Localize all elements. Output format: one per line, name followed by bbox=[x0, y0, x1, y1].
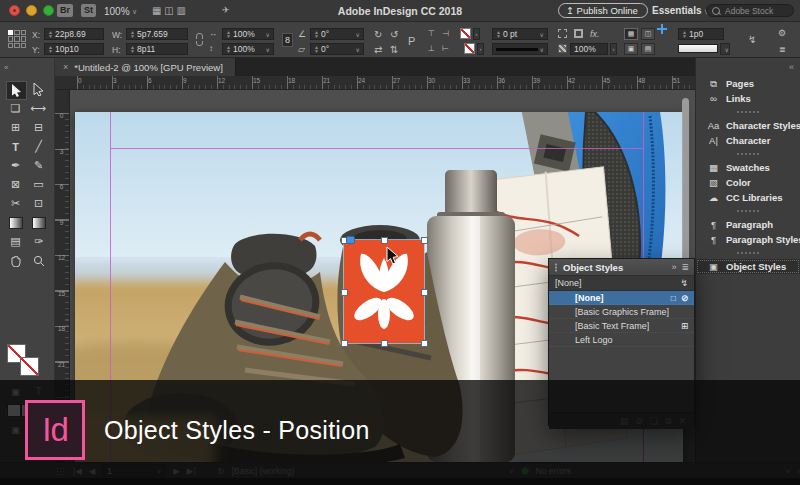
line-tool[interactable]: ╱ bbox=[29, 138, 48, 155]
dock-item[interactable]: A| Character bbox=[696, 133, 800, 148]
panel-gear-icon[interactable]: ⚙ bbox=[778, 28, 786, 38]
frame-tool[interactable]: ⊠ bbox=[6, 176, 25, 193]
handle-bottom-center[interactable] bbox=[381, 340, 388, 347]
document-tab[interactable]: × *Untitled-2 @ 100% [GPU Preview] bbox=[55, 58, 236, 76]
eyedropper-tool[interactable]: ✑ bbox=[29, 233, 48, 250]
collapse-panel-icon[interactable]: » bbox=[671, 262, 676, 272]
corner-shape-icon[interactable] bbox=[574, 29, 583, 38]
rotate-ccw-icon[interactable]: ↺ bbox=[390, 29, 398, 40]
dock-item[interactable]: ∞ Links bbox=[696, 91, 800, 106]
effects-button[interactable]: fx. bbox=[590, 29, 600, 39]
rotate-cw-icon[interactable]: ↻ bbox=[374, 29, 382, 40]
type-tool[interactable]: T bbox=[6, 138, 25, 155]
scissors-tool[interactable]: ✂ bbox=[6, 195, 25, 212]
search-input[interactable] bbox=[723, 5, 791, 17]
close-window-button[interactable] bbox=[9, 5, 20, 16]
stroke-swatch-none[interactable] bbox=[464, 43, 475, 54]
gap-tool[interactable]: ⟷ bbox=[29, 100, 48, 117]
quick-apply-icon[interactable]: ↯ bbox=[748, 34, 756, 45]
stroke-style-dropdown[interactable]: ∨ bbox=[492, 43, 548, 55]
dock-item[interactable]: Aa Character Styles bbox=[696, 118, 800, 133]
dock-item[interactable]: ▣ Object Styles bbox=[696, 259, 800, 274]
zoom-window-button[interactable] bbox=[43, 5, 54, 16]
style-row[interactable]: [Basic Text Frame] ⊞ bbox=[549, 319, 694, 333]
dock-collapse-header[interactable]: « bbox=[695, 58, 800, 76]
handle-mid-left[interactable] bbox=[341, 289, 348, 296]
shear-field[interactable]: ▲▼0°∨ bbox=[310, 43, 364, 55]
pencil-tool[interactable]: ✎ bbox=[29, 157, 48, 174]
wrap-jump-button[interactable]: ▤ bbox=[641, 43, 655, 55]
dock-item[interactable]: ⧉ Pages bbox=[696, 76, 800, 91]
reference-point-proxy[interactable] bbox=[8, 30, 26, 48]
constrain-scale-link-icon[interactable]: 8 bbox=[282, 33, 293, 47]
style-row[interactable]: [Basic Graphics Frame] bbox=[549, 305, 694, 319]
align-left-icon[interactable]: ⊣ bbox=[442, 29, 449, 38]
gap-field[interactable]: ▲▼1p0 bbox=[678, 28, 724, 40]
swatch-bar-chevron[interactable]: ∨ bbox=[720, 43, 730, 55]
fill-stroke-swatches[interactable] bbox=[7, 344, 47, 380]
toolbar-collapse-header[interactable]: « bbox=[0, 58, 55, 76]
dock-item[interactable]: ¶ Paragraph Styles bbox=[696, 232, 800, 247]
opacity-field[interactable]: 100% bbox=[570, 43, 608, 55]
dock-item[interactable]: ☁ CC Libraries bbox=[696, 190, 800, 205]
zoom-tool[interactable] bbox=[29, 252, 48, 269]
h-field[interactable]: ▲▼8p11 bbox=[126, 43, 188, 55]
flip-horizontal-icon[interactable]: ⇄ bbox=[374, 44, 382, 55]
page-tool[interactable]: ❏ bbox=[6, 100, 25, 117]
dock-item[interactable] bbox=[696, 148, 800, 160]
wrap-bounding-button[interactable]: ◫ bbox=[641, 28, 655, 40]
gradient-feather-tool[interactable] bbox=[29, 214, 48, 231]
align-right-icon[interactable]: ⊢ bbox=[442, 44, 449, 53]
wrap-none-button[interactable]: ▦ bbox=[624, 28, 638, 40]
scale-x-field[interactable]: ▲▼100%∨ bbox=[222, 28, 274, 40]
quick-apply-icon[interactable]: ↯ bbox=[680, 278, 688, 288]
align-bottom-icon[interactable]: ⊥ bbox=[428, 44, 435, 53]
hand-tool[interactable] bbox=[6, 252, 25, 269]
content-placer-tool[interactable]: ⊟ bbox=[29, 119, 48, 136]
selection-tool[interactable] bbox=[6, 81, 27, 100]
dock-item[interactable]: ▧ Color bbox=[696, 175, 800, 190]
gradient-swatch-tool[interactable] bbox=[6, 214, 25, 231]
bridge-button[interactable]: Br bbox=[57, 4, 73, 17]
publish-online-button[interactable]: ↥ Publish Online bbox=[558, 3, 648, 18]
applied-swatch-bar[interactable] bbox=[678, 44, 718, 53]
note-tool[interactable]: ▤ bbox=[6, 233, 25, 250]
fill-options-button[interactable]: › bbox=[473, 28, 480, 40]
panel-menu-icon[interactable]: ≣ bbox=[779, 45, 786, 54]
free-transform-tool[interactable]: ⊡ bbox=[29, 195, 48, 212]
fill-swatch-none[interactable] bbox=[460, 28, 471, 39]
style-row[interactable]: Left Logo bbox=[549, 333, 694, 347]
stock-button[interactable]: St bbox=[81, 4, 96, 17]
zoom-level-chevron-icon[interactable]: ∨ bbox=[132, 8, 137, 16]
adobe-stock-search[interactable] bbox=[706, 4, 794, 17]
corner-options-icon[interactable] bbox=[558, 29, 567, 38]
stroke-options-button[interactable]: › bbox=[477, 43, 484, 55]
object-styles-panel-header[interactable]: Object Styles » ≣ bbox=[549, 259, 694, 276]
content-collector-tool[interactable]: ⊞ bbox=[6, 119, 25, 136]
pen-tool[interactable]: ✒ bbox=[6, 157, 25, 174]
workspace-switcher[interactable]: Essentials ∨ bbox=[652, 5, 709, 16]
y-field[interactable]: ▲▼10p10 bbox=[44, 43, 104, 55]
handle-bottom-right[interactable] bbox=[421, 340, 428, 347]
flip-vertical-icon[interactable]: ⇅ bbox=[390, 44, 398, 55]
minimize-window-button[interactable] bbox=[26, 5, 37, 16]
style-row[interactable]: [None] □ ⊘ bbox=[549, 291, 694, 305]
horizontal-ruler[interactable]: 03691215182124273033363942454851 bbox=[55, 76, 695, 90]
dock-item[interactable] bbox=[696, 106, 800, 118]
zoom-level-value[interactable]: 100% bbox=[104, 6, 130, 17]
rectangle-tool[interactable]: ▭ bbox=[29, 176, 48, 193]
vertical-scrollbar[interactable] bbox=[682, 98, 689, 270]
align-top-icon[interactable]: ⊤ bbox=[428, 29, 435, 38]
stroke-swatch[interactable] bbox=[20, 357, 39, 376]
dock-item[interactable]: ▦ Swatches bbox=[696, 160, 800, 175]
x-field[interactable]: ▲▼22p8.69 bbox=[44, 28, 104, 40]
link-badge-icon[interactable] bbox=[346, 236, 355, 244]
panel-menu-icon[interactable]: ≣ bbox=[681, 262, 689, 272]
handle-top-right[interactable] bbox=[421, 237, 428, 244]
scale-y-field[interactable]: ▲▼100%∨ bbox=[222, 43, 274, 55]
handle-mid-right[interactable] bbox=[421, 289, 428, 296]
selected-logo-frame[interactable] bbox=[344, 240, 424, 343]
handle-bottom-left[interactable] bbox=[341, 340, 348, 347]
handle-top-center[interactable] bbox=[381, 237, 388, 244]
rotation-field[interactable]: ▲▼0°∨ bbox=[310, 28, 364, 40]
